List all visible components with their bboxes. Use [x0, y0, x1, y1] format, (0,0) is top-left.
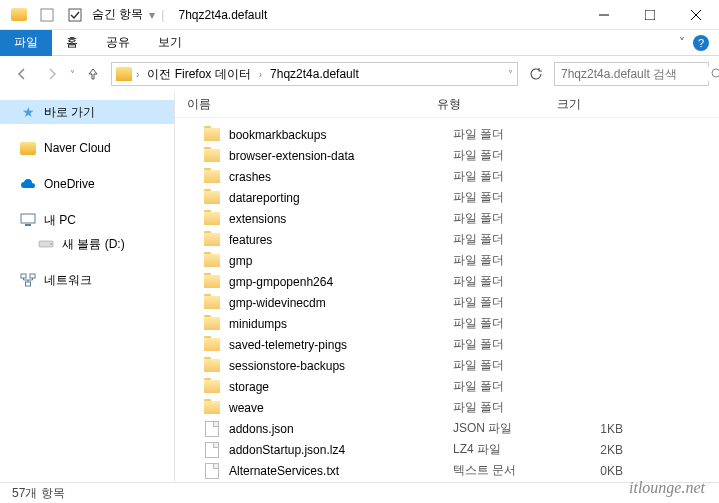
breadcrumb-dropdown-icon[interactable]: ˅	[508, 69, 513, 80]
list-item[interactable]: saved-telemetry-pings파일 폴더	[175, 334, 719, 355]
column-name[interactable]: 이름	[187, 96, 437, 113]
item-name: crashes	[229, 170, 453, 184]
cloud-icon	[20, 176, 36, 192]
chevron-right-icon[interactable]: ›	[259, 69, 262, 80]
file-list: 이름 유형 크기 bookmarkbackups파일 폴더browser-ext…	[175, 92, 719, 482]
list-item[interactable]: addonStartup.json.lz4LZ4 파일2KB	[175, 439, 719, 460]
column-headers: 이름 유형 크기	[175, 92, 719, 118]
item-type: 파일 폴더	[453, 252, 573, 269]
sidebar-label: 새 볼륨 (D:)	[62, 236, 125, 253]
list-item[interactable]: AlternateServices.txt텍스트 문서0KB	[175, 460, 719, 481]
sidebar-label: OneDrive	[44, 177, 95, 191]
item-type: LZ4 파일	[453, 441, 573, 458]
drive-icon	[38, 236, 54, 252]
sidebar-item-volume-d[interactable]: 새 볼륨 (D:)	[0, 232, 174, 256]
item-type: JSON 파일	[453, 420, 573, 437]
sidebar-label: 네트워크	[44, 272, 92, 289]
minimize-button[interactable]	[581, 0, 627, 30]
list-item[interactable]: storage파일 폴더	[175, 376, 719, 397]
checkbox-hidden-items[interactable]	[64, 4, 86, 26]
titlebar: 숨긴 항목 ▾ | 7hqz2t4a.default	[0, 0, 719, 30]
sidebar-item-network[interactable]: 네트워크	[0, 268, 174, 292]
folder-icon	[203, 211, 221, 227]
item-name: addons.json	[229, 422, 453, 436]
folder-qat-icon[interactable]	[8, 4, 30, 26]
close-button[interactable]	[673, 0, 719, 30]
item-type: 파일 폴더	[453, 147, 573, 164]
status-bar: 57개 항목	[0, 482, 719, 503]
list-item[interactable]: datareporting파일 폴더	[175, 187, 719, 208]
sidebar-item-onedrive[interactable]: OneDrive	[0, 172, 174, 196]
list-item[interactable]: browser-extension-data파일 폴더	[175, 145, 719, 166]
file-icon	[203, 421, 221, 437]
item-type: 파일 폴더	[453, 210, 573, 227]
chevron-right-icon[interactable]: ›	[136, 69, 139, 80]
pc-icon	[20, 212, 36, 228]
item-name: gmp	[229, 254, 453, 268]
folder-icon	[203, 316, 221, 332]
ribbon-expand-icon[interactable]: ˅	[679, 36, 685, 50]
file-tab[interactable]: 파일	[0, 30, 52, 56]
column-size[interactable]: 크기	[557, 96, 719, 113]
sidebar-item-naver-cloud[interactable]: Naver Cloud	[0, 136, 174, 160]
breadcrumb-item-2[interactable]: 7hqz2t4a.default	[266, 67, 363, 81]
share-tab[interactable]: 공유	[92, 30, 144, 56]
item-name: browser-extension-data	[229, 149, 453, 163]
list-item[interactable]: sessionstore-backups파일 폴더	[175, 355, 719, 376]
list-item[interactable]: gmp-gmpopenh264파일 폴더	[175, 271, 719, 292]
list-item[interactable]: features파일 폴더	[175, 229, 719, 250]
folder-icon	[203, 232, 221, 248]
list-item[interactable]: minidumps파일 폴더	[175, 313, 719, 334]
list-item[interactable]: bookmarkbackups파일 폴더	[175, 124, 719, 145]
folder-icon	[203, 190, 221, 206]
search-box[interactable]	[554, 62, 709, 86]
history-dropdown-icon[interactable]: ˅	[70, 69, 75, 80]
folder-icon	[203, 127, 221, 143]
qat-dropdown-icon[interactable]: ▾	[149, 8, 155, 22]
list-item[interactable]: extensions파일 폴더	[175, 208, 719, 229]
watermark: itlounge.net	[629, 479, 705, 497]
main-area: ★ 바로 가기 Naver Cloud OneDrive	[0, 92, 719, 482]
help-icon[interactable]: ?	[693, 35, 709, 51]
sidebar-label: Naver Cloud	[44, 141, 111, 155]
properties-qat-icon[interactable]	[36, 4, 58, 26]
item-type: 파일 폴더	[453, 378, 573, 395]
up-button[interactable]	[81, 62, 105, 86]
item-type: 파일 폴더	[453, 294, 573, 311]
item-name: datareporting	[229, 191, 453, 205]
refresh-button[interactable]	[524, 62, 548, 86]
item-type: 파일 폴더	[453, 399, 573, 416]
svg-rect-12	[21, 274, 26, 278]
forward-button[interactable]	[40, 62, 64, 86]
breadcrumb-item-1[interactable]: 이전 Firefox 데이터	[143, 66, 254, 83]
sidebar-label: 내 PC	[44, 212, 76, 229]
home-tab[interactable]: 홈	[52, 30, 92, 56]
folder-icon	[203, 148, 221, 164]
maximize-button[interactable]	[627, 0, 673, 30]
list-item[interactable]: gmp-widevinecdm파일 폴더	[175, 292, 719, 313]
list-item[interactable]: gmp파일 폴더	[175, 250, 719, 271]
svg-rect-8	[21, 214, 35, 223]
file-icon	[203, 442, 221, 458]
list-item[interactable]: addons.jsonJSON 파일1KB	[175, 418, 719, 439]
sidebar-item-quick-access[interactable]: ★ 바로 가기	[0, 100, 174, 124]
item-type: 파일 폴더	[453, 315, 573, 332]
search-input[interactable]	[561, 67, 711, 81]
view-tab[interactable]: 보기	[144, 30, 196, 56]
item-type: 파일 폴더	[453, 273, 573, 290]
column-type[interactable]: 유형	[437, 96, 557, 113]
sidebar-item-this-pc[interactable]: 내 PC	[0, 208, 174, 232]
quick-access-toolbar: 숨긴 항목 ▾ | 7hqz2t4a.default	[0, 4, 267, 26]
folder-icon	[203, 358, 221, 374]
svg-rect-1	[69, 9, 81, 21]
list-item[interactable]: crashes파일 폴더	[175, 166, 719, 187]
list-item[interactable]: weave파일 폴더	[175, 397, 719, 418]
search-icon[interactable]	[711, 68, 719, 81]
svg-point-11	[50, 243, 52, 245]
folder-icon	[203, 295, 221, 311]
back-button[interactable]	[10, 62, 34, 86]
svg-rect-3	[645, 10, 655, 20]
breadcrumb[interactable]: › 이전 Firefox 데이터 › 7hqz2t4a.default ˅	[111, 62, 518, 86]
folder-icon	[203, 274, 221, 290]
hidden-items-label: 숨긴 항목	[92, 6, 143, 23]
